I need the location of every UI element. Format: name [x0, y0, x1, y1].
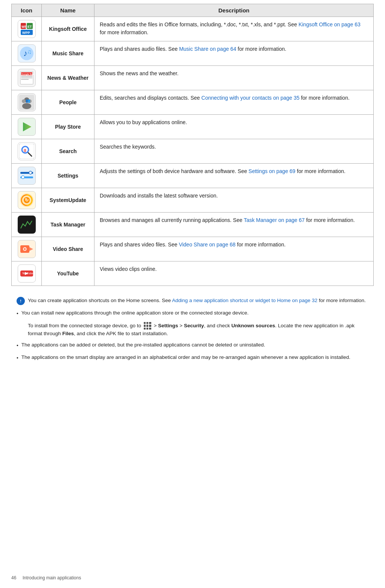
bullet-4: • [17, 354, 18, 362]
header-icon: Icon [12, 4, 42, 17]
svg-rect-14 [21, 76, 32, 77]
app-name-cell: Task Manager [42, 213, 94, 237]
note-item-2: • You can install new applications throu… [17, 309, 368, 318]
app-desc-cell: Browses and manages all currently runnin… [94, 213, 374, 237]
svg-rect-15 [21, 77, 32, 78]
app-name-cell: SystemUpdate [42, 188, 94, 213]
svg-point-19 [22, 103, 31, 109]
svg-rect-54 [20, 302, 21, 302]
note-icon [17, 297, 25, 305]
note-2-text: You can install new applications through… [21, 309, 249, 317]
svg-text:👥: 👥 [26, 98, 30, 103]
apps-table: Icon Name Description WPS ET WPP Kingsof… [11, 4, 374, 286]
app-desc-cell: Views video clips online. [94, 261, 374, 286]
page-footer: 46 Introducing main applications [11, 575, 81, 580]
grid-icon [144, 322, 151, 330]
note-4-text: The applications on the smart display ar… [21, 353, 350, 362]
table-row: Play StoreAllows you to buy applications… [12, 115, 374, 139]
table-row: 👥 PeopleEdits, searches and displays con… [12, 90, 374, 115]
app-name-cell: Search [42, 139, 94, 164]
svg-text:↻: ↻ [25, 198, 29, 203]
table-row: ♪ ♫ Music SharePlays and shares audio fi… [12, 41, 374, 66]
app-icon-cell: ♪ ♫ [12, 41, 42, 66]
footer-label: Introducing main applications [23, 575, 81, 580]
app-desc-cell: Adjusts the settings of both device hard… [94, 164, 374, 188]
app-name-cell: Video Share [42, 237, 94, 261]
note-3-text: The applications can be added or deleted… [21, 341, 265, 349]
notes-section: You can create application shortcuts on … [11, 292, 374, 371]
svg-point-33 [29, 171, 32, 174]
table-row: WPS ET WPP Kingsoft OfficeReads and edit… [12, 17, 374, 41]
desc-link[interactable]: Connecting with your contacts on page 35 [201, 95, 300, 101]
note-1-text: You can create application shortcuts on … [28, 296, 366, 305]
security-label: Security [184, 323, 204, 328]
app-icon-cell: g [12, 139, 42, 164]
app-desc-cell: Allows you to buy applications online. [94, 115, 374, 139]
app-desc-cell: Plays and shares audio files. See Music … [94, 41, 374, 66]
app-icon-cell: Google News [12, 66, 42, 90]
app-desc-cell: Shows the news and the weather. [94, 66, 374, 90]
note-item-4: • The applications on the smart display … [17, 353, 368, 362]
app-icon-cell [12, 115, 42, 139]
svg-text:♫: ♫ [27, 49, 32, 55]
app-name-cell: News & Weather [42, 66, 94, 90]
app-desc-cell: Reads and edits the files in Office form… [94, 17, 374, 41]
table-row: ↻ SystemUpdateDownloads and installs the… [12, 188, 374, 213]
svg-text:Google News: Google News [21, 73, 34, 75]
desc-link[interactable]: Music Share on page 64 [179, 46, 236, 52]
app-icon-cell: You Tube [12, 261, 42, 286]
app-name-cell: Music Share [42, 41, 94, 66]
desc-link[interactable]: Settings on page 69 [248, 168, 295, 174]
svg-rect-53 [20, 300, 21, 301]
table-row: SettingsAdjusts the settings of both dev… [12, 164, 374, 188]
app-desc-cell: Edits, searches and displays contacts. S… [94, 90, 374, 115]
app-icon-cell: 👥 [12, 90, 42, 115]
app-icon-cell [12, 213, 42, 237]
header-description: Description [94, 4, 374, 17]
svg-rect-31 [19, 168, 34, 183]
svg-text:WPP: WPP [22, 31, 30, 35]
desc-link[interactable]: Video Share on page 68 [179, 242, 236, 248]
table-row: Task ManagerBrowses and manages all curr… [12, 213, 374, 237]
app-icon-cell [12, 237, 42, 261]
svg-point-20 [22, 99, 26, 103]
app-icon-cell [12, 164, 42, 188]
svg-text:g: g [24, 147, 26, 152]
note-indent: To install from the connected storage de… [28, 322, 368, 338]
note-1-link[interactable]: Adding a new application shortcut or wid… [172, 298, 318, 303]
header-name: Name [42, 4, 94, 17]
app-name-cell: YouTube [42, 261, 94, 286]
table-row: Video SharePlays and shares video files.… [12, 237, 374, 261]
svg-point-35 [21, 176, 24, 179]
settings-label: Settings [158, 323, 178, 328]
svg-rect-16 [21, 79, 29, 80]
app-name-cell: Settings [42, 164, 94, 188]
table-row: Google News News & WeatherShows the news… [12, 66, 374, 90]
files-label: Files [62, 331, 74, 336]
app-name-cell: People [42, 90, 94, 115]
desc-link[interactable]: Kingsoft Office on page 63 [298, 21, 361, 27]
svg-rect-41 [19, 217, 34, 232]
table-row: You Tube YouTubeViews video clips online… [12, 261, 374, 286]
table-row: g SearchSearches the keywords. [12, 139, 374, 164]
app-desc-cell: Plays and shares video files. See Video … [94, 237, 374, 261]
app-desc-cell: Searches the keywords. [94, 139, 374, 164]
app-name-cell: Play Store [42, 115, 94, 139]
app-icon-cell: WPS ET WPP [12, 17, 42, 41]
page-number: 46 [11, 575, 16, 580]
note-item-3: • The applications can be added or delet… [17, 341, 368, 350]
app-icon-cell: ↻ [12, 188, 42, 213]
bullet-3: • [17, 342, 18, 350]
desc-link[interactable]: Task Manager on page 67 [244, 217, 305, 223]
bullet-2: • [17, 310, 18, 318]
note-item-1: You can create application shortcuts on … [17, 296, 368, 305]
app-name-cell: Kingsoft Office [42, 17, 94, 41]
app-desc-cell: Downloads and installs the latest softwa… [94, 188, 374, 213]
unknown-sources-label: Unknown sources [231, 323, 275, 328]
svg-text:ET: ET [27, 25, 32, 29]
